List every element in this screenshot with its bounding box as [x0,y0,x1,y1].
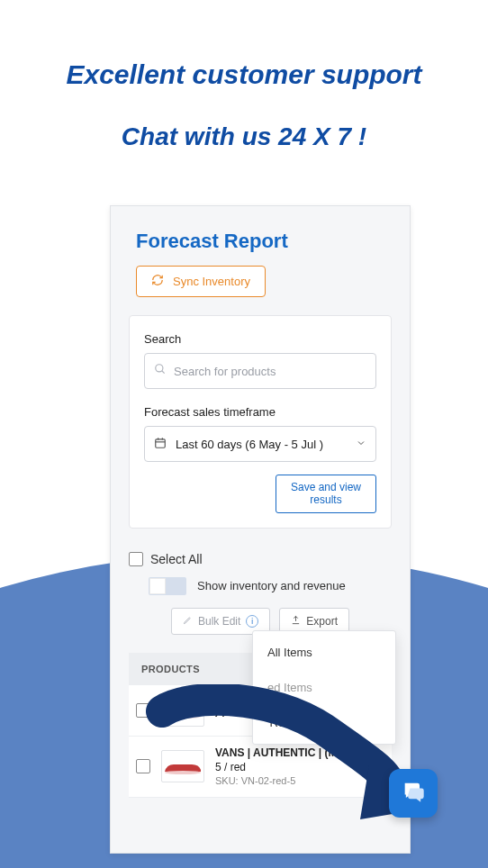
sync-button-label: Sync Inventory [173,275,250,288]
product-text: VANS | AUTHENTIC | (M 5 / red SKU: VN-02… [215,746,337,788]
product-thumbnail [161,750,204,782]
svg-line-1 [162,371,165,374]
chevron-down-icon [356,438,366,451]
svg-rect-2 [156,439,166,447]
product-title: VANS | AUTHENTIC | (M [215,746,337,760]
calendar-icon [154,437,167,452]
table-row[interactable]: VANS | AUTHENTIC | (M 5 / red SKU: VN-02… [129,737,392,798]
product-title-suffix: ) | [215,704,225,717]
product-sku: SKU: VN-02-red-5 [215,774,337,788]
search-icon [154,363,167,379]
timeframe-select[interactable]: Last 60 days (6 May - 5 Jul ) [144,426,376,462]
export-label: Export [306,615,338,628]
export-dropdown[interactable]: All Items ed Items 'Reorder' [252,630,396,745]
chat-icon [401,779,426,808]
export-icon [291,615,301,628]
search-box[interactable] [144,353,376,389]
inventory-revenue-toggle[interactable] [149,577,186,595]
product-text: ) | [215,703,225,718]
search-label: Search [144,332,376,346]
info-icon: i [246,615,258,628]
select-all-label: Select All [150,552,203,566]
svg-point-7 [165,771,201,774]
bulk-edit-label: Bulk Edit [198,615,240,628]
dropdown-item-all[interactable]: All Items [253,635,395,670]
product-thumbnail [161,694,204,727]
filter-card: Search Forecast sales timeframe Last 60 … [129,315,392,529]
svg-point-6 [165,715,201,719]
search-input[interactable] [174,365,366,378]
toggle-label: Show inventory and revenue [197,579,346,592]
promo-headline: Excellent customer support [0,59,488,90]
row-checkbox[interactable] [136,759,150,773]
dropdown-item-partial[interactable]: ed Items [253,670,395,705]
sync-inventory-button[interactable]: Sync Inventory [136,266,266,297]
timeframe-value: Last 60 days (6 May - 5 Jul ) [176,438,323,451]
pencil-icon [183,615,193,628]
timeframe-label: Forecast sales timeframe [144,405,376,419]
product-variant: 5 / red [215,760,337,774]
svg-point-0 [156,365,163,372]
promo-subhead: Chat with us 24 X 7 ! [0,122,488,151]
toggle-row: Show inventory and revenue [149,577,392,595]
page-title: Forecast Report [111,206,410,253]
dropdown-item-reorder[interactable]: 'Reorder' [253,705,395,740]
chat-widget-button[interactable] [389,769,438,818]
select-all-checkbox[interactable] [129,552,143,566]
select-all-row[interactable]: Select All [129,552,392,566]
sync-icon [151,274,164,289]
row-checkbox[interactable] [136,703,150,718]
save-view-results-button[interactable]: Save and view results [276,475,376,513]
app-window: Forecast Report Sync Inventory Search Fo… [110,205,411,854]
toggle-knob [149,578,166,594]
